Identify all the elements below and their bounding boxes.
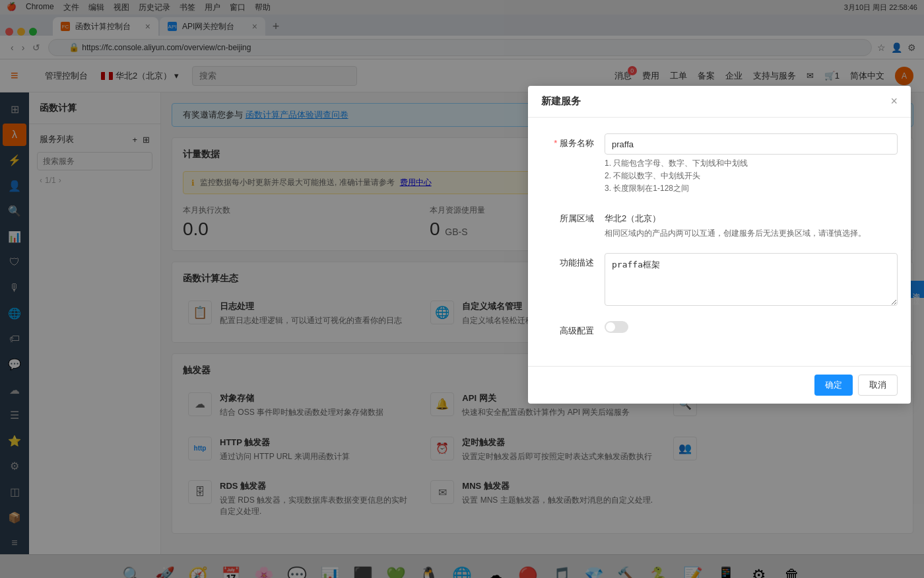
advanced-row: 高级配置: [541, 321, 898, 337]
region-value: 华北2（北京）: [605, 209, 898, 225]
desc-label: 功能描述: [541, 253, 594, 269]
desc-row: 功能描述 praffa框架: [541, 253, 898, 308]
region-row: 所属区域 华北2（北京） 相同区域内的产品内两可以互通，创建服务后无法更换区域，…: [541, 209, 898, 240]
advanced-field: [605, 321, 898, 333]
dialog-title: 新建服务: [541, 95, 581, 108]
service-name-field: 1. 只能包含字母、数字、下划线和中划线 2. 不能以数字、中划线开头 3. 长…: [605, 133, 898, 196]
dialog-body: 服务名称 1. 只能包含字母、数字、下划线和中划线 2. 不能以数字、中划线开头…: [528, 118, 911, 366]
region-field-label: 所属区域: [541, 209, 594, 225]
cancel-btn[interactable]: 取消: [858, 375, 898, 396]
dialog-overlay: 新建服务 × 服务名称 1. 只能包含字母、数字、下划线和中划线 2. 不能以数…: [0, 0, 924, 578]
new-service-dialog: 新建服务 × 服务名称 1. 只能包含字母、数字、下划线和中划线 2. 不能以数…: [528, 86, 911, 404]
dialog-footer: 确定 取消: [528, 366, 911, 404]
desc-field: praffa框架: [605, 253, 898, 308]
toggle-knob: [606, 322, 615, 332]
advanced-toggle[interactable]: [605, 321, 628, 333]
service-name-hint: 1. 只能包含字母、数字、下划线和中划线 2. 不能以数字、中划线开头 3. 长…: [605, 157, 898, 196]
service-name-input[interactable]: [605, 133, 898, 155]
service-name-label: 服务名称: [541, 133, 594, 149]
region-hint: 相同区域内的产品内两可以互通，创建服务后无法更换区域，请谨慎选择。: [605, 227, 898, 240]
dialog-close-btn[interactable]: ×: [890, 94, 898, 108]
advanced-label: 高级配置: [541, 321, 594, 337]
region-field: 华北2（北京） 相同区域内的产品内两可以互通，创建服务后无法更换区域，请谨慎选择…: [605, 209, 898, 240]
dialog-header: 新建服务 ×: [528, 86, 911, 118]
confirm-btn[interactable]: 确定: [814, 375, 853, 396]
service-name-row: 服务名称 1. 只能包含字母、数字、下划线和中划线 2. 不能以数字、中划线开头…: [541, 133, 898, 196]
desc-textarea[interactable]: praffa框架: [605, 253, 898, 306]
